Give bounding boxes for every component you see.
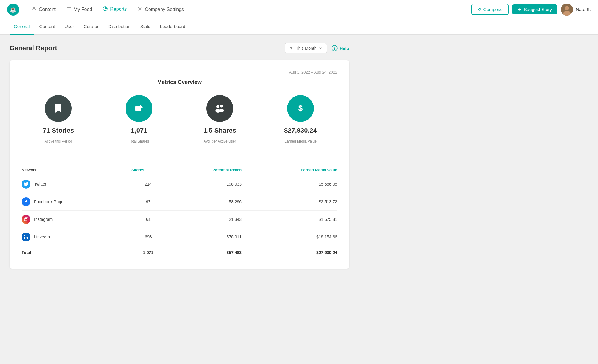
table-row-linkedin: LinkedIn 696 578,911 $18,154.66	[22, 228, 337, 246]
metric-total-shares: 1,071 Total Shares	[102, 95, 176, 143]
svg-point-9	[565, 6, 569, 10]
metric-value-shares: 1,071	[131, 127, 147, 134]
svg-point-21	[27, 218, 28, 219]
metric-circle-shares	[126, 95, 152, 122]
subnav-item-leaderboard[interactable]: Leaderboard	[156, 19, 190, 35]
svg-rect-19	[24, 218, 28, 221]
nav-item-myfeed[interactable]: My Feed	[61, 0, 97, 19]
svg-rect-13	[135, 106, 141, 111]
metric-label-stories: Active this Period	[45, 139, 72, 143]
total-label: Total	[22, 246, 131, 259]
logo[interactable]: ☕	[7, 4, 19, 16]
nav-item-company-settings[interactable]: Company Settings	[132, 0, 189, 19]
plus-icon	[518, 7, 522, 12]
total-reach: 857,483	[165, 246, 242, 259]
filter-button[interactable]: This Month	[285, 43, 327, 53]
user-name: Nate S.	[576, 7, 591, 12]
nav-actions: Compose Suggest Story Nate S.	[471, 4, 591, 16]
help-icon: ?	[332, 45, 338, 51]
subnav-item-stats[interactable]: Stats	[136, 19, 155, 35]
report-card: Aug 1, 2022 – Aug 24, 2022 Metrics Overv…	[10, 60, 349, 269]
sub-navigation: General Content User Curator Distributio…	[0, 19, 598, 35]
metric-circle-avg	[206, 95, 233, 122]
top-navigation: ☕ Content My Feed Reports Company Set	[0, 0, 598, 19]
subnav-item-curator[interactable]: Curator	[80, 19, 103, 35]
date-range: Aug 1, 2022 – Aug 24, 2022	[22, 70, 337, 74]
avatar	[561, 4, 573, 16]
col-reach: Potential Reach	[165, 168, 242, 175]
metric-circle-emv: $	[287, 95, 314, 122]
settings-icon	[138, 7, 142, 13]
metric-emv: $ $27,930.24 Earned Media Value	[264, 95, 337, 143]
compose-icon	[477, 7, 482, 12]
app-logo-icon: ☕	[7, 4, 19, 16]
svg-rect-23	[24, 237, 25, 239]
svg-point-7	[139, 8, 141, 10]
table-row-instagram: Instagram 64 21,343 $1,675.81	[22, 211, 337, 228]
help-link[interactable]: ? Help	[332, 45, 349, 51]
metric-value-stories: 71 Stories	[42, 127, 74, 134]
network-facebook: Facebook Page	[22, 193, 131, 211]
subnav-item-general[interactable]: General	[10, 19, 34, 35]
myfeed-icon	[66, 7, 71, 13]
header-right: This Month ? Help	[285, 43, 349, 53]
twitter-icon	[22, 180, 30, 189]
content-icon	[32, 7, 36, 13]
subnav-item-user[interactable]: User	[60, 19, 78, 35]
table-row-facebook: Facebook Page 97 58,296 $2,513.72	[22, 193, 337, 211]
metric-label-avg: Avg. per Active User	[204, 139, 236, 143]
page-header: General Report This Month ? Help	[10, 43, 349, 53]
col-network: Network	[22, 168, 131, 175]
facebook-reach: 58,296	[165, 193, 242, 211]
svg-point-20	[25, 218, 27, 220]
metric-avg-shares: 1.5 Shares Avg. per Active User	[183, 95, 257, 143]
compose-button[interactable]: Compose	[471, 4, 509, 15]
linkedin-icon	[22, 233, 30, 241]
divider	[22, 158, 337, 158]
svg-rect-3	[67, 7, 71, 8]
facebook-emv: $2,513.72	[242, 193, 337, 211]
svg-text:$: $	[298, 104, 303, 113]
suggest-story-button[interactable]: Suggest Story	[512, 4, 557, 14]
twitter-emv: $5,586.05	[242, 175, 337, 193]
linkedin-reach: 578,911	[165, 228, 242, 246]
facebook-icon	[22, 197, 30, 206]
network-linkedin: LinkedIn	[22, 228, 131, 246]
instagram-icon	[22, 215, 30, 224]
user-menu[interactable]: Nate S.	[561, 4, 591, 16]
main-content: General Report This Month ? Help Aug 1, …	[0, 35, 359, 277]
svg-point-14	[216, 105, 219, 108]
page-title: General Report	[10, 44, 57, 52]
subnav-item-content[interactable]: Content	[35, 19, 59, 35]
total-shares: 1,071	[131, 246, 165, 259]
nav-item-reports[interactable]: Reports	[97, 0, 132, 19]
linkedin-emv: $18,154.66	[242, 228, 337, 246]
svg-point-15	[220, 105, 223, 108]
metric-circle-stories	[45, 95, 72, 122]
users-icon	[213, 102, 226, 115]
svg-point-17	[219, 109, 224, 112]
facebook-shares: 97	[131, 193, 165, 211]
twitter-reach: 198,933	[165, 175, 242, 193]
network-table: Network Shares Potential Reach Earned Me…	[22, 168, 337, 259]
instagram-emv: $1,675.81	[242, 211, 337, 228]
metric-label-emv: Earned Media Value	[284, 139, 317, 143]
network-instagram: Instagram	[22, 211, 131, 228]
instagram-reach: 21,343	[165, 211, 242, 228]
filter-icon	[289, 46, 293, 50]
dollar-icon: $	[295, 103, 306, 114]
col-emv: Earned Media Value	[242, 168, 337, 175]
instagram-shares: 64	[131, 211, 165, 228]
subnav-item-distribution[interactable]: Distribution	[104, 19, 135, 35]
svg-rect-5	[67, 10, 70, 10]
chevron-down-icon	[319, 46, 322, 50]
metric-value-emv: $27,930.24	[284, 127, 317, 134]
nav-links: Content My Feed Reports Company Settings	[26, 0, 469, 19]
reports-icon	[103, 6, 108, 12]
network-twitter: Twitter	[22, 175, 131, 193]
metric-label-shares: Total Shares	[129, 139, 149, 143]
svg-text:?: ?	[334, 46, 336, 51]
nav-item-content[interactable]: Content	[26, 0, 61, 19]
svg-rect-4	[67, 9, 71, 9]
metrics-title: Metrics Overview	[22, 79, 337, 85]
